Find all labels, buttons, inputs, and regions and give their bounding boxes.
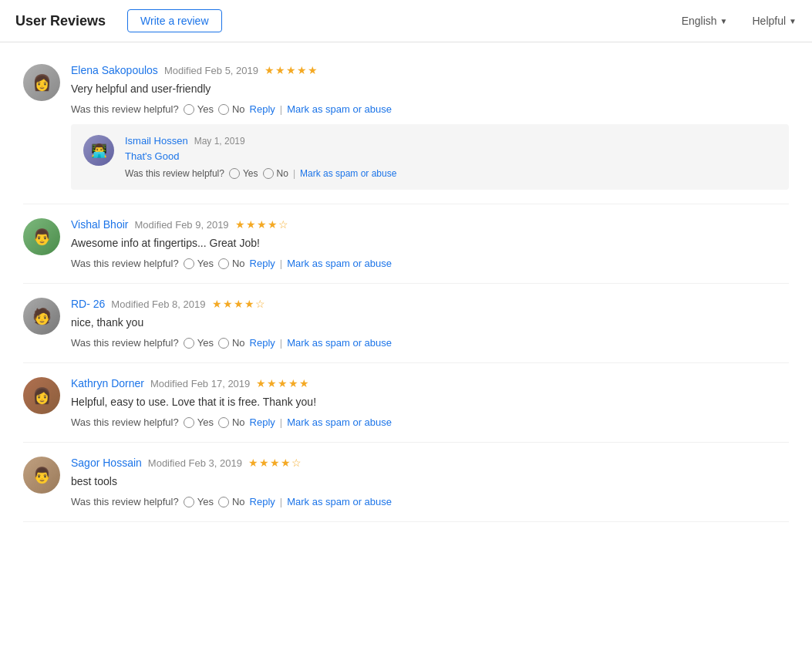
review-item: 👩Kathryn DornerModified Feb 17, 2019★★★★… — [23, 363, 789, 443]
review-actions: Was this review helpful? Yes No Reply | … — [71, 103, 789, 115]
pipe-separator: | — [280, 103, 282, 115]
yes-radio-circle — [184, 497, 194, 507]
spam-link[interactable]: Mark as spam or abuse — [287, 258, 392, 269]
reply-link[interactable]: Reply — [250, 496, 275, 507]
no-radio[interactable]: No — [218, 337, 245, 349]
yes-label: Yes — [197, 103, 214, 115]
language-dropdown[interactable]: English ▼ — [682, 15, 728, 27]
review-meta: Sagor HossainModified Feb 3, 2019★★★★☆ — [71, 457, 789, 469]
yes-radio-circle — [184, 417, 194, 428]
spam-link[interactable]: Mark as spam or abuse — [287, 337, 392, 349]
reviewer-name[interactable]: RD- 26 — [71, 298, 105, 310]
no-label: No — [232, 496, 245, 507]
no-label: No — [232, 258, 245, 269]
reply-no-circle — [263, 168, 274, 179]
yes-radio[interactable]: Yes — [184, 103, 214, 115]
yes-radio-circle — [184, 258, 194, 269]
pipe-separator: | — [280, 416, 282, 428]
review-item: 👨Sagor HossainModified Feb 3, 2019★★★★☆b… — [23, 443, 789, 522]
star-rating: ★★★★★ — [264, 64, 318, 76]
review-item: 👩Elena SakopoulosModified Feb 5, 2019★★★… — [23, 50, 789, 204]
yes-label: Yes — [197, 258, 214, 269]
star-rating: ★★★★☆ — [235, 218, 289, 231]
sort-chevron-icon: ▼ — [789, 17, 797, 25]
language-chevron-icon: ▼ — [720, 17, 728, 25]
review-date: Modified Feb 17, 2019 — [150, 378, 250, 389]
helpful-question: Was this review helpful? — [71, 258, 179, 269]
reply-meta: Ismail Hossen May 1, 2019 — [125, 135, 777, 147]
no-radio[interactable]: No — [218, 103, 245, 115]
review-text: nice, thank you — [71, 315, 789, 331]
yes-radio[interactable]: Yes — [184, 337, 214, 349]
reply-container: 👨‍💻 Ismail Hossen May 1, 2019 That's Goo… — [71, 124, 789, 190]
avatar: 👩 — [23, 64, 60, 101]
no-radio[interactable]: No — [218, 496, 245, 507]
reply-no-radio[interactable]: No — [263, 168, 288, 179]
avatar: 👨 — [23, 218, 60, 255]
reply-pipe: | — [293, 168, 295, 179]
reply-yes-radio[interactable]: Yes — [229, 168, 258, 179]
spam-link[interactable]: Mark as spam or abuse — [287, 103, 392, 115]
star-rating: ★★★★★ — [256, 377, 310, 389]
reviewer-name[interactable]: Sagor Hossain — [71, 457, 142, 469]
no-radio[interactable]: No — [218, 258, 245, 269]
review-actions: Was this review helpful? Yes No Reply | … — [71, 496, 789, 507]
reply-yes-circle — [229, 168, 240, 179]
reply-link[interactable]: Reply — [250, 103, 275, 115]
review-item: 👨Vishal BhoirModified Feb 9, 2019★★★★☆Aw… — [23, 204, 789, 284]
review-text: Very helpful and user-friendly — [71, 81, 789, 97]
no-radio-circle — [218, 497, 229, 507]
spam-link[interactable]: Mark as spam or abuse — [287, 416, 392, 428]
reviewer-name[interactable]: Vishal Bhoir — [71, 218, 128, 231]
yes-label: Yes — [197, 496, 214, 507]
yes-radio-circle — [184, 338, 194, 349]
review-item: 🧑RD- 26Modified Feb 8, 2019★★★★☆nice, th… — [23, 284, 789, 363]
review-content: Vishal BhoirModified Feb 9, 2019★★★★☆Awe… — [71, 218, 789, 269]
reply-avatar: 👨‍💻 — [83, 135, 114, 166]
review-actions: Was this review helpful? Yes No Reply | … — [71, 258, 789, 269]
no-radio[interactable]: No — [218, 416, 245, 428]
page-header: User Reviews Write a review English ▼ He… — [0, 0, 812, 42]
review-meta: Elena SakopoulosModified Feb 5, 2019★★★★… — [71, 64, 789, 76]
reply-link[interactable]: Reply — [250, 258, 275, 269]
yes-radio[interactable]: Yes — [184, 416, 214, 428]
spam-link[interactable]: Mark as spam or abuse — [287, 496, 392, 507]
no-radio-circle — [218, 104, 229, 115]
sort-label: Helpful — [753, 15, 787, 27]
helpful-question: Was this review helpful? — [71, 103, 179, 115]
page-title: User Reviews — [15, 13, 106, 29]
reviewer-name[interactable]: Elena Sakopoulos — [71, 64, 158, 76]
no-radio-circle — [218, 258, 229, 269]
sort-dropdown[interactable]: Helpful ▼ — [753, 15, 797, 27]
yes-radio[interactable]: Yes — [184, 496, 214, 507]
reviewer-name[interactable]: Kathryn Dorner — [71, 377, 144, 389]
pipe-separator: | — [280, 496, 282, 507]
helpful-question: Was this review helpful? — [71, 416, 179, 428]
star-rating: ★★★★☆ — [212, 298, 266, 310]
reply-author[interactable]: Ismail Hossen — [125, 135, 188, 147]
no-radio-circle — [218, 417, 229, 428]
yes-label: Yes — [197, 337, 214, 349]
reviews-list: 👩Elena SakopoulosModified Feb 5, 2019★★★… — [0, 42, 812, 530]
avatar: 👩 — [23, 377, 60, 414]
star-rating: ★★★★☆ — [248, 457, 302, 469]
review-content: Kathryn DornerModified Feb 17, 2019★★★★★… — [71, 377, 789, 428]
yes-radio[interactable]: Yes — [184, 258, 214, 269]
review-content: Sagor HossainModified Feb 3, 2019★★★★☆be… — [71, 457, 789, 507]
reply-link[interactable]: Reply — [250, 337, 275, 349]
review-meta: Kathryn DornerModified Feb 17, 2019★★★★★ — [71, 377, 789, 389]
review-content: RD- 26Modified Feb 8, 2019★★★★☆nice, tha… — [71, 298, 789, 349]
no-radio-circle — [218, 338, 229, 349]
helpful-question: Was this review helpful? — [71, 496, 179, 507]
reply-spam-link[interactable]: Mark as spam or abuse — [300, 168, 396, 179]
review-actions: Was this review helpful? Yes No Reply | … — [71, 416, 789, 428]
review-meta: RD- 26Modified Feb 8, 2019★★★★☆ — [71, 298, 789, 310]
reply-text: That's Good — [125, 150, 777, 162]
no-label: No — [232, 416, 245, 428]
avatar: 👨 — [23, 457, 60, 494]
reply-link[interactable]: Reply — [250, 416, 275, 428]
reply-content: Ismail Hossen May 1, 2019 That's Good Wa… — [125, 135, 777, 179]
review-actions: Was this review helpful? Yes No Reply | … — [71, 337, 789, 349]
review-text: Helpful, easy to use. Love that it is fr… — [71, 394, 789, 410]
write-review-button[interactable]: Write a review — [127, 9, 221, 32]
